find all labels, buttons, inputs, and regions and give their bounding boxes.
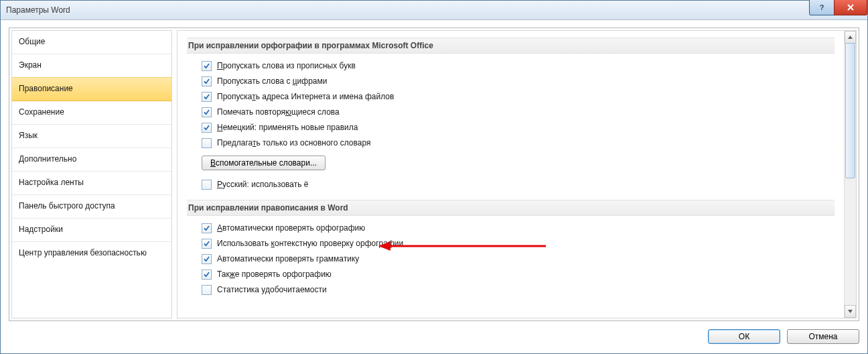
checkbox-icon[interactable] — [202, 76, 212, 86]
sidebar-item-advanced[interactable]: Дополнительно — [12, 148, 171, 172]
sidebar-item-quick-access[interactable]: Панель быстрого доступа — [12, 195, 171, 219]
checkbox-icon[interactable] — [202, 61, 212, 71]
sidebar-item-save[interactable]: Сохранение — [12, 101, 171, 125]
scroll-down-button[interactable] — [845, 305, 856, 318]
check-contextual-spell[interactable]: Использовать контекстную проверку орфогр… — [202, 237, 835, 250]
check-russian-yo[interactable]: Русский: использовать ё — [202, 178, 835, 191]
sidebar-item-language[interactable]: Язык — [12, 125, 171, 148]
titlebar[interactable]: Параметры Word ? — [1, 1, 867, 20]
sidebar-item-display[interactable]: Экран — [12, 54, 171, 78]
scroll-area: При исправлении орфографии в программах … — [177, 31, 844, 318]
help-button[interactable]: ? — [809, 0, 835, 15]
checkbox-icon[interactable] — [202, 285, 212, 295]
check-main-dictionary-only[interactable]: Предлагать только из основного словаря — [202, 136, 835, 150]
checkbox-icon[interactable] — [202, 107, 212, 117]
sidebar-item-customize-ribbon[interactable]: Настройка ленты — [12, 172, 171, 195]
checkbox-icon[interactable] — [202, 239, 212, 249]
sidebar-item-proofing[interactable]: Правописание — [12, 77, 171, 101]
dialog-footer: ОК Отмена — [9, 325, 859, 348]
check-ignore-numbers[interactable]: Пропускать слова с цифрами — [202, 74, 835, 88]
cancel-button[interactable]: Отмена — [787, 329, 859, 344]
check-ignore-uppercase[interactable]: Пропускать слова из прописных букв — [202, 59, 835, 72]
close-button[interactable] — [834, 0, 867, 15]
check-also-spell[interactable]: Также проверять орфографию — [202, 268, 835, 281]
content-panel: При исправлении орфографии в программах … — [177, 30, 857, 318]
category-sidebar: Общие Экран Правописание Сохранение Язык… — [11, 30, 172, 318]
ok-button[interactable]: ОК — [708, 329, 780, 344]
section-header-word: При исправлении правописания в Word — [187, 200, 835, 216]
check-german-rules[interactable]: Немецкий: применять новые правила — [202, 121, 835, 134]
scroll-thumb[interactable] — [845, 43, 855, 178]
checkbox-icon[interactable] — [202, 180, 212, 190]
checkbox-icon[interactable] — [202, 270, 212, 280]
window-buttons: ? — [810, 0, 867, 15]
checkbox-icon[interactable] — [202, 123, 212, 133]
window-title: Параметры Word — [6, 5, 70, 15]
check-auto-spell[interactable]: Автоматически проверять орфографию — [202, 221, 835, 235]
check-readability[interactable]: Статистика удобочитаемости — [202, 283, 835, 296]
sidebar-item-addins[interactable]: Надстройки — [12, 219, 171, 242]
checkbox-icon[interactable] — [202, 138, 212, 148]
vertical-scrollbar[interactable] — [844, 31, 856, 318]
custom-dictionaries-button[interactable]: Вспомогательные словари... — [202, 156, 326, 170]
check-ignore-internet[interactable]: Пропускать адреса Интернета и имена файл… — [202, 90, 835, 103]
sidebar-item-general[interactable]: Общие — [12, 31, 171, 54]
client-area: Общие Экран Правописание Сохранение Язык… — [9, 27, 859, 321]
checkbox-icon[interactable] — [202, 92, 212, 102]
section-header-office: При исправлении орфографии в программах … — [187, 38, 835, 54]
checkbox-icon[interactable] — [202, 254, 212, 264]
options-dialog: Параметры Word ? Общие Экран Правописани… — [0, 0, 868, 354]
checkbox-icon[interactable] — [202, 223, 212, 233]
sidebar-item-trust-center[interactable]: Центр управления безопасностью — [12, 242, 171, 265]
check-auto-grammar[interactable]: Автоматически проверять грамматику — [202, 252, 835, 266]
scroll-up-button[interactable] — [845, 31, 856, 44]
check-flag-repeated[interactable]: Помечать повторяющиеся слова — [202, 105, 835, 119]
svg-text:?: ? — [820, 3, 824, 11]
